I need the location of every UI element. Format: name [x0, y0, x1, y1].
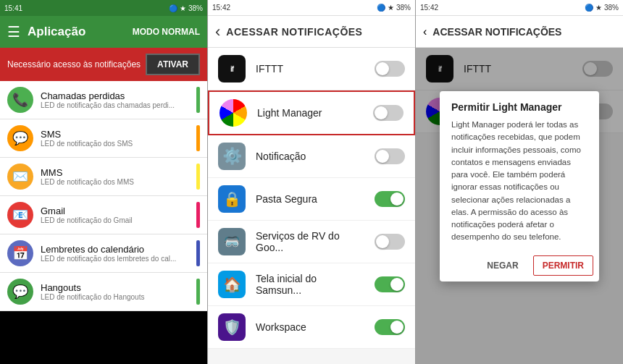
- item-text-hangouts: Hangouts LED de notificação do Hangouts: [41, 282, 189, 301]
- notif-app-name-vr: Serviços de RV do Goo...: [256, 230, 364, 253]
- list-item[interactable]: ✉️ MMS LED de notificação dos MMS: [0, 158, 207, 196]
- item-text-gmail: Gmail LED de notificação do Gmail: [41, 206, 189, 224]
- status-icons-3: 🔵 ★ 38%: [585, 4, 619, 12]
- panel-1: 15:41 🔵 ★ 38% ☰ Aplicação MODO NORMAL Ne…: [0, 0, 207, 364]
- dialog-title: Permitir Light Manager: [440, 91, 599, 119]
- status-time-2: 15:42: [212, 4, 230, 12]
- item-title-hangouts: Hangouts: [41, 282, 189, 293]
- color-bar-gmail: [196, 202, 200, 228]
- item-text-calendar: Lembretes do calendário LED de notificaç…: [41, 244, 189, 263]
- notif-app-name-pasta: Pasta Segura: [256, 193, 364, 205]
- item-title-calendar: Lembretes do calendário: [41, 244, 189, 255]
- toggle-workspace[interactable]: [375, 319, 405, 335]
- status-bar-2: 15:42 🔵 ★ 38%: [208, 0, 415, 16]
- notification-banner: Necessário acesso às notificações ATIVAR: [0, 48, 207, 81]
- lightmanager-icon: [219, 99, 247, 127]
- notif-item-pasta[interactable]: 🔒 Pasta Segura: [208, 178, 415, 221]
- toggle-tela[interactable]: [375, 276, 405, 292]
- list-item[interactable]: 💬 SMS LED de notificação dos SMS: [0, 119, 207, 158]
- pasta-icon: 🔒: [218, 185, 246, 213]
- panel3-header: ‹ ACESSAR NOTIFICAÇÕES: [416, 16, 623, 48]
- item-sub-calls: LED de notificação das chamadas perdi...: [41, 101, 189, 109]
- back-button-2[interactable]: ‹: [215, 22, 220, 41]
- status-bar-3: 15:42 🔵 ★ 38%: [416, 0, 623, 16]
- item-text-calls: Chamadas perdidas LED de notificação das…: [41, 90, 189, 109]
- app-header-1: ☰ Aplicação MODO NORMAL: [0, 16, 207, 48]
- status-time-1: 15:41: [4, 4, 22, 12]
- item-title-gmail: Gmail: [41, 206, 189, 216]
- toggle-vr[interactable]: [375, 234, 405, 250]
- permitir-button[interactable]: PERMITIR: [533, 255, 593, 276]
- gear-icon: ⚙️: [218, 143, 246, 170]
- item-title-mms: MMS: [41, 167, 189, 178]
- item-sub-calendar: LED de notificação dos lembretes do cal.…: [41, 255, 189, 263]
- dialog-actions: NEGAR PERMITIR: [440, 253, 599, 282]
- item-title-sms: SMS: [41, 129, 189, 140]
- list-item[interactable]: 📞 Chamadas perdidas LED de notificação d…: [0, 81, 207, 119]
- notif-item-notificacao[interactable]: ⚙️ Notificação: [208, 135, 415, 178]
- notif-app-name-ifttt: IFTTT: [256, 63, 364, 75]
- toggle-ifttt[interactable]: [375, 61, 405, 77]
- item-sub-mms: LED de notificação dos MMS: [41, 178, 189, 186]
- notif-app-name-tela: Tela inicial do Samsun...: [256, 273, 364, 296]
- vr-icon: 🥽: [218, 228, 246, 255]
- dialog-body: Light Manager poderá ler todas as notifi…: [440, 119, 599, 253]
- item-text-mms: MMS LED de notificação dos MMS: [41, 167, 189, 186]
- panel-3: 15:42 🔵 ★ 38% ‹ ACESSAR NOTIFICAÇÕES if …: [416, 0, 623, 364]
- item-sub-gmail: LED de notificação do Gmail: [41, 216, 189, 224]
- hamburger-icon[interactable]: ☰: [7, 23, 20, 41]
- list-item[interactable]: 📧 Gmail LED de notificação do Gmail: [0, 196, 207, 234]
- notif-item-workspace[interactable]: 🛡️ Workspace: [208, 306, 415, 349]
- color-bar-mms: [196, 164, 200, 190]
- status-bar-1: 15:41 🔵 ★ 38%: [0, 0, 207, 16]
- panel3-title: ACESSAR NOTIFICAÇÕES: [432, 26, 561, 38]
- notif-item-vr[interactable]: 🥽 Serviços de RV do Goo...: [208, 221, 415, 263]
- ifttt-icon: if: [218, 55, 246, 82]
- app-title: Aplicação: [28, 25, 125, 39]
- notif-app-name-notificacao: Notificação: [256, 151, 364, 162]
- toggle-lightmanager[interactable]: [373, 105, 404, 121]
- notif-app-name-lightmanager: Light Manager: [257, 107, 363, 119]
- panel-2: 15:42 🔵 ★ 38% ‹ ACESSAR NOTIFICAÇÕES if …: [208, 0, 415, 364]
- toggle-notificacao[interactable]: [375, 148, 405, 164]
- item-icon-calendar: 📅: [7, 240, 33, 266]
- item-icon-hangouts: 💬: [7, 279, 33, 305]
- toggle-pasta[interactable]: [375, 191, 405, 207]
- notif-item-ifttt[interactable]: if IFTTT: [208, 48, 415, 90]
- item-icon-mms: ✉️: [7, 164, 33, 190]
- mode-label: MODO NORMAL: [133, 27, 200, 37]
- notif-item-lightmanager[interactable]: Light Manager: [208, 90, 415, 135]
- negar-button[interactable]: NEGAR: [478, 255, 527, 276]
- item-icon-sms: 💬: [7, 125, 33, 151]
- activate-button[interactable]: ATIVAR: [146, 54, 200, 75]
- panel2-header: ‹ ACESSAR NOTIFICAÇÕES: [208, 16, 415, 48]
- notif-app-name-workspace: Workspace: [256, 321, 364, 333]
- notif-item-tela[interactable]: 🏠 Tela inicial do Samsun...: [208, 263, 415, 306]
- back-button-3[interactable]: ‹: [423, 25, 427, 38]
- item-text-sms: SMS LED de notificação dos SMS: [41, 129, 189, 148]
- item-sub-sms: LED de notificação dos SMS: [41, 140, 189, 148]
- panel2-title: ACESSAR NOTIFICAÇÕES: [226, 26, 362, 38]
- status-icons-2: 🔵 ★ 38%: [377, 4, 411, 12]
- color-bar-calendar: [196, 240, 200, 266]
- item-icon-gmail: 📧: [7, 202, 33, 228]
- color-bar-calls: [196, 87, 200, 113]
- list-item[interactable]: 💬 Hangouts LED de notificação do Hangout…: [0, 273, 207, 311]
- status-icons-1: 🔵 ★ 38%: [169, 4, 203, 12]
- color-bar-sms: [196, 125, 200, 151]
- color-bar-hangouts: [196, 279, 200, 305]
- tela-icon: 🏠: [218, 271, 246, 298]
- item-icon-calls: 📞: [7, 87, 33, 113]
- item-title-calls: Chamadas perdidas: [41, 90, 189, 101]
- workspace-icon: 🛡️: [218, 313, 246, 341]
- item-sub-hangouts: LED de notificação do Hangouts: [41, 293, 189, 301]
- banner-text: Necessário acesso às notificações: [7, 59, 146, 69]
- status-time-3: 15:42: [420, 4, 438, 12]
- permission-dialog: Permitir Light Manager Light Manager pod…: [440, 91, 599, 282]
- list-item[interactable]: 📅 Lembretes do calendário LED de notific…: [0, 234, 207, 273]
- dialog-overlay: Permitir Light Manager Light Manager pod…: [416, 48, 623, 364]
